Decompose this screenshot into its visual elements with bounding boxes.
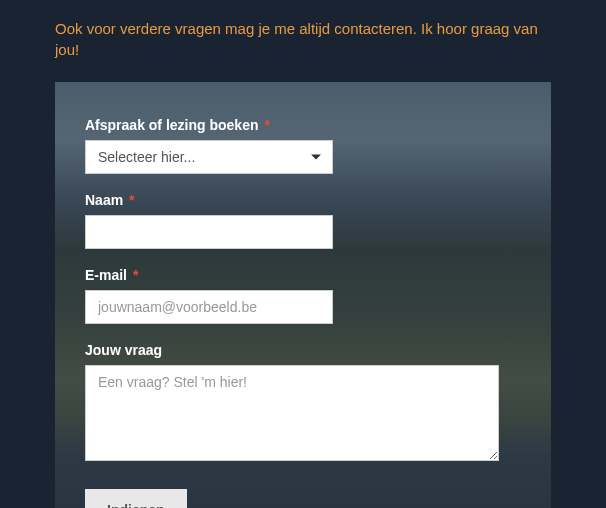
booking-select[interactable]: Selecteer hier... bbox=[85, 140, 333, 174]
name-label-text: Naam bbox=[85, 192, 123, 208]
contact-form: Afspraak of lezing boeken * Selecteer hi… bbox=[55, 82, 551, 508]
booking-select-wrapper: Selecteer hier... bbox=[85, 140, 333, 174]
email-input[interactable] bbox=[85, 290, 333, 324]
booking-field-group: Afspraak of lezing boeken * Selecteer hi… bbox=[85, 117, 521, 174]
question-textarea[interactable] bbox=[85, 365, 499, 461]
question-label-text: Jouw vraag bbox=[85, 342, 162, 358]
question-field-group: Jouw vraag bbox=[85, 342, 521, 465]
intro-text: Ook voor verdere vragen mag je me altijd… bbox=[0, 0, 606, 60]
email-label: E-mail * bbox=[85, 267, 521, 283]
booking-label: Afspraak of lezing boeken * bbox=[85, 117, 521, 133]
name-input[interactable] bbox=[85, 215, 333, 249]
email-label-text: E-mail bbox=[85, 267, 127, 283]
question-label: Jouw vraag bbox=[85, 342, 521, 358]
booking-label-text: Afspraak of lezing boeken bbox=[85, 117, 258, 133]
required-indicator: * bbox=[264, 117, 269, 133]
email-field-group: E-mail * bbox=[85, 267, 521, 324]
required-indicator: * bbox=[133, 267, 138, 283]
submit-button[interactable]: Indienen bbox=[85, 489, 187, 508]
name-label: Naam * bbox=[85, 192, 521, 208]
name-field-group: Naam * bbox=[85, 192, 521, 249]
required-indicator: * bbox=[129, 192, 134, 208]
